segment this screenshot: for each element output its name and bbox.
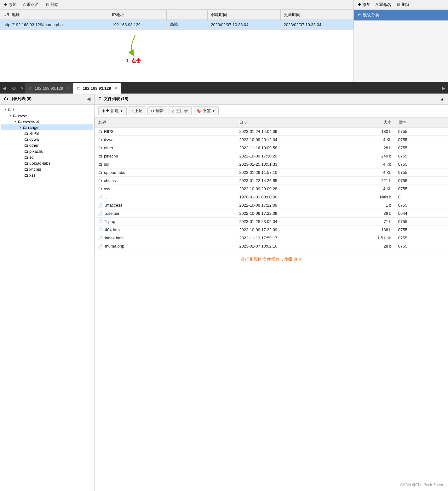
file-icon: 📄 xyxy=(98,227,103,232)
tree-item-sql[interactable]: 🗀 sql xyxy=(1,154,93,160)
file-row[interactable]: 🗀RIPS 2023-01-24 14:04:09 180 b 0755 xyxy=(95,128,448,136)
file-attr-cell: 0755 xyxy=(395,201,448,209)
file-name-cell: 📄.htaccess xyxy=(95,201,236,209)
home-icon: ⌂ xyxy=(172,109,175,113)
tree-item-other[interactable]: 🗀 other xyxy=(1,142,93,148)
add-btn[interactable]: ✚ 添加 xyxy=(358,2,370,8)
folder-icon-range: 🗀 xyxy=(23,125,27,130)
home-btn[interactable]: ⌂ 主目录 xyxy=(169,106,192,115)
file-date-cell: 2023-01-28 23:02:04 xyxy=(236,218,342,226)
cell-col4 xyxy=(191,20,208,30)
file-name-cell: 🗀other xyxy=(95,144,236,152)
sidebar-header: 🗀 目录列表 (8) ◀ xyxy=(0,94,94,105)
file-size-cell: 138 b xyxy=(342,226,395,234)
refresh-btn[interactable]: ↺ 刷新 xyxy=(147,106,167,115)
tab-2[interactable]: 🗀 192.168.93.129 ✕ xyxy=(73,83,121,94)
file-panel-collapse[interactable]: ▲ xyxy=(440,97,444,101)
col-size: 大小 xyxy=(342,118,395,128)
col-url: URL地址 xyxy=(0,10,109,20)
file-date-cell: 2022-10-09 17:22:09 xyxy=(236,201,342,209)
cell-ip: 192.168.93.129 xyxy=(109,20,167,30)
file-name-cell: 📄404.html xyxy=(95,226,236,234)
tab-close-1[interactable]: ✕ xyxy=(66,86,69,90)
tree-item-dvwa[interactable]: 🗀 dvwa xyxy=(1,136,93,142)
tree-item-www[interactable]: ▼ 🗀 www xyxy=(1,112,93,118)
tab-close-settings[interactable]: ✕ xyxy=(19,86,25,91)
file-row[interactable]: 🗀xss 2022-10-09 20:09:28 4 Kb 0755 xyxy=(95,185,448,193)
delete-btn[interactable]: 🗑 删除 xyxy=(396,2,410,8)
file-row[interactable]: 🗀pikachu 2022-10-09 17:30:20 240 b 0755 xyxy=(95,152,448,160)
tree-item-wwwroot[interactable]: ▼ 🗀 wwwroot xyxy=(1,118,93,124)
up-icon: ↑ xyxy=(131,109,134,113)
tree-label-sql: sql xyxy=(29,155,35,160)
file-name-cell: 🗀xss xyxy=(95,185,236,193)
file-size-cell: 180 b xyxy=(342,128,395,136)
cell-col3: 局域 xyxy=(167,20,191,30)
folder-icon-xhcms: 🗀 xyxy=(24,167,28,172)
file-date-cell: 2023-01-25 13:51:33 xyxy=(236,160,342,168)
tree-item-pikachu[interactable]: 🗀 pikachu xyxy=(1,148,93,154)
file-icon: 🗀 xyxy=(98,154,102,158)
file-toolbar: ✚ ✚ 新建 ▼ ↑ 上层 ↺ 刷新 ⌂ 主目录 🔖 书签 ▼ xyxy=(95,105,448,117)
top-section: ✚ 添加 A 重命名 🗑 删除 URL地址 IP地址 ... ... 创建时间 … xyxy=(0,0,448,83)
file-attr-cell: 0755 xyxy=(395,168,448,177)
delete-button[interactable]: 🗑 删除 xyxy=(45,2,59,8)
tab-settings-icon[interactable]: ⚙ xyxy=(9,83,19,94)
rename-button[interactable]: A 重命名 xyxy=(23,2,39,8)
tree-label-upload-labs: upload-labs xyxy=(29,161,50,166)
file-attr-cell: 0755 xyxy=(395,218,448,226)
file-size-cell: 4 Kb xyxy=(342,160,395,168)
expand-icon-range: ▼ xyxy=(19,126,22,129)
main-content: 🗀 目录列表 (8) ◀ ▼ 🗀 / ▼ 🗀 www ▼ 🗀 wwwroot xyxy=(0,94,448,491)
col-updated: 更新时间 xyxy=(280,10,353,20)
tab-right-arrow[interactable]: ▶ xyxy=(439,86,448,91)
file-name-cell: 📄index.html xyxy=(95,234,236,242)
file-panel-title: 🗀 文件列表 (15) xyxy=(98,96,128,102)
file-date-cell: 2022-11-16 10:09:58 xyxy=(236,144,342,152)
new-btn[interactable]: ✚ ✚ 新建 ▼ xyxy=(98,106,127,115)
bookmark-btn[interactable]: 🔖 书签 ▼ xyxy=(193,106,219,115)
file-row[interactable]: 📄1.php 2023-01-28 23:02:04 71 b 0755 xyxy=(95,218,448,226)
file-row[interactable]: 🗀dvwa 2022-10-09 20:12:34 4 Kb 0755 xyxy=(95,136,448,144)
tab-1[interactable]: 🗀 192.168.93.129 ✕ xyxy=(25,83,73,94)
col-created: 创建时间 xyxy=(208,10,280,20)
refresh-icon: ↺ xyxy=(151,109,154,113)
file-name-cell: 🗀dvwa xyxy=(95,136,236,144)
file-row[interactable]: 📄muma.php 2023-02-07 10:02:16 28 b 0755 xyxy=(95,242,448,250)
rename-btn[interactable]: A 重命名 xyxy=(376,2,392,8)
tree-item-root[interactable]: ▼ 🗀 / xyxy=(1,106,93,112)
file-row[interactable]: 📄index.html 2022-11-13 17:59:17 1.51 Kb … xyxy=(95,234,448,242)
file-row[interactable]: 📄.. 1970-01-01 08:00:00 NaN b 0 xyxy=(95,193,448,201)
file-row[interactable]: 📄404.html 2022-10-09 17:22:09 138 b 0755 xyxy=(95,226,448,234)
add-button[interactable]: ✚ 添加 xyxy=(4,2,17,8)
tree-item-range[interactable]: ▼ 🗀 range xyxy=(1,124,93,130)
file-row[interactable]: 📄.htaccess 2022-10-09 17:22:09 1 b 0755 xyxy=(95,201,448,209)
up-btn[interactable]: ↑ 上层 xyxy=(128,106,146,115)
folder-icon-dvwa: 🗀 xyxy=(24,137,28,142)
file-icon: 📄 xyxy=(98,244,103,248)
tab-close-2[interactable]: ✕ xyxy=(114,86,117,90)
file-row[interactable]: 🗀xhcms 2023-01-22 14:26:55 221 b 0755 xyxy=(95,177,448,185)
default-category[interactable]: 🗀 默认分类 xyxy=(354,10,448,20)
refresh-btn-label: 刷新 xyxy=(156,108,164,114)
tree-label-www: www xyxy=(18,113,27,118)
tree-item-upload-labs[interactable]: 🗀 upload-labs xyxy=(1,160,93,166)
cell-updated: 2023/02/07 10:33:04 xyxy=(280,20,353,30)
tree-item-xhcms[interactable]: 🗀 xhcms xyxy=(1,166,93,172)
col-4: ... xyxy=(191,10,208,20)
file-row[interactable]: 📄.user.ini 2022-10-09 17:22:09 38 b 0644 xyxy=(95,209,448,218)
file-size-cell: 28 b xyxy=(342,144,395,152)
tab-left-arrow[interactable]: ◀ xyxy=(0,83,9,94)
tree-item-xss[interactable]: 🗀 xss xyxy=(1,172,93,178)
file-row[interactable]: 🗀upload-labs 2023-01-29 11:57:10 4 Kb 07… xyxy=(95,168,448,177)
col-date: 日期 xyxy=(236,118,342,128)
sidebar-collapse-btn[interactable]: ◀ xyxy=(87,96,90,101)
file-row[interactable]: 🗀sql 2023-01-25 13:51:33 4 Kb 0755 xyxy=(95,160,448,168)
file-date-cell: 2023-02-07 10:02:16 xyxy=(236,242,342,250)
file-date-cell: 2022-10-09 17:22:09 xyxy=(236,226,342,234)
file-size-cell: 4 Kb xyxy=(342,185,395,193)
tab-label-2: 192.168.93.129 xyxy=(83,86,111,91)
tree-item-RIPS[interactable]: 🗀 RIPS xyxy=(1,130,93,136)
file-row[interactable]: 🗀other 2022-11-16 10:09:58 28 b 0755 xyxy=(95,144,448,152)
table-row[interactable]: http://192.168.93.129/muma.php 192.168.9… xyxy=(0,20,353,30)
